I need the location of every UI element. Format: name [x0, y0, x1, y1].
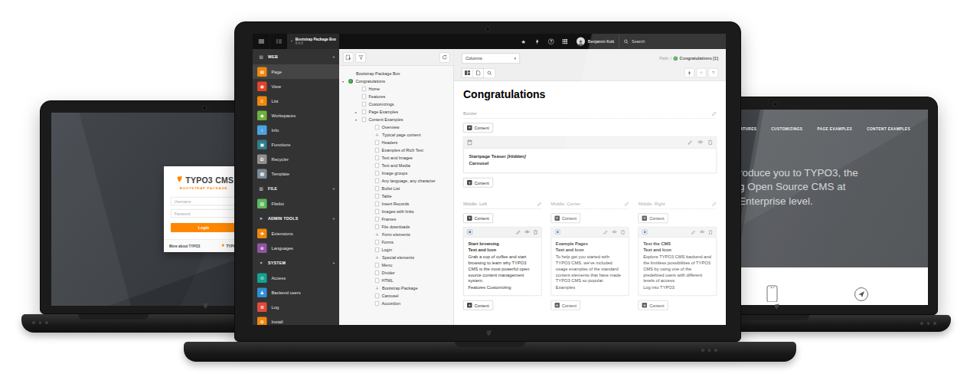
add-content-button[interactable]: + Content	[463, 123, 493, 133]
module-menu-row[interactable]: ✚ ✚ Extensions	[253, 226, 339, 241]
delete-button[interactable]	[621, 230, 625, 234]
help-button[interactable]: ?	[544, 34, 558, 49]
help-button[interactable]: ?	[708, 68, 718, 77]
module-menu-row[interactable]: ▦ ▦ Template	[253, 166, 339, 181]
page-tree-node[interactable]: Bootstrap Package	[339, 284, 454, 292]
content-element[interactable]: Startpage Teaser [Hidden] Carousel	[463, 136, 717, 173]
page-tree-node[interactable]: ▾ Content Examples	[339, 116, 454, 123]
add-content-button[interactable]: + Content	[463, 178, 493, 188]
page-tree-node[interactable]: Bullet List	[339, 185, 454, 192]
page-tree-node[interactable]: Image groups	[339, 169, 454, 177]
delete-button[interactable]	[709, 230, 713, 234]
add-content-button[interactable]: + Content	[550, 214, 580, 224]
user-menu[interactable]: Benjamin Kott	[572, 34, 619, 49]
bookmark-button[interactable]: ★	[517, 34, 531, 49]
page-tree-node[interactable]: HTML	[339, 277, 454, 284]
frontend-nav-item[interactable]: CONTENT EXAMPLES	[867, 126, 910, 131]
page-tree-node[interactable]: Accordion	[339, 300, 454, 307]
module-menu-row[interactable]: ⊙ ⊙ Access	[253, 271, 339, 285]
frontend-nav-item[interactable]: PAGE EXAMPLES	[817, 126, 852, 131]
module-menu-row[interactable]: ▤ ▤ WEB ▾	[253, 49, 339, 64]
module-menu-row[interactable]: ▣ ▣ Functions	[253, 137, 339, 152]
tree-expand-icon[interactable]: ▾	[355, 118, 361, 122]
content-element[interactable]: Example Pages Text and Icon To help get …	[550, 227, 629, 296]
add-content-button[interactable]: + Content	[550, 300, 580, 310]
content-element[interactable]: Test the CMS Text and Icon Explore TYPO3…	[639, 227, 717, 296]
topbar-search[interactable]	[619, 34, 726, 49]
module-menu-row[interactable]: ≣ ≣ Log	[253, 300, 339, 314]
page-tree-node[interactable]: Divider	[339, 269, 454, 277]
module-menu-row[interactable]: ⚙ ⚙ Install	[253, 314, 339, 325]
tree-expand-icon[interactable]: ▾	[342, 80, 348, 84]
module-menu-row[interactable]: ◉ ◉ View	[253, 79, 339, 93]
login-button[interactable]: Login	[171, 223, 237, 232]
tree-expand-icon[interactable]: ▸	[355, 110, 361, 114]
password-field[interactable]	[171, 209, 237, 218]
refresh-button[interactable]	[439, 52, 450, 62]
page-tree-node[interactable]: Images with links	[339, 208, 454, 215]
module-menu-row[interactable]: i i Info	[253, 123, 339, 137]
page-tree-node[interactable]: Text and Images	[339, 154, 454, 162]
page-tree-node[interactable]: Customizings	[339, 100, 454, 108]
page-tree-node[interactable]: Carousel	[339, 292, 454, 300]
view-mode-select[interactable]: Columns	[462, 53, 520, 64]
add-content-button[interactable]: + Content	[639, 300, 668, 310]
page-tree-node[interactable]: Table	[339, 192, 454, 200]
module-menu-row[interactable]: ≡ ≡ List	[253, 93, 339, 108]
edit-button[interactable]	[603, 230, 608, 234]
page-tree-node[interactable]: Menu	[339, 261, 454, 269]
menu-toggle-button[interactable]	[253, 34, 270, 49]
page-tree-node[interactable]: Home	[339, 85, 454, 93]
visibility-button[interactable]	[524, 230, 530, 234]
page-tree-node[interactable]: Special elements	[339, 254, 454, 261]
page-tree-node[interactable]: Insert Records	[339, 200, 454, 208]
page-tree-node[interactable]: File downloads	[339, 223, 454, 231]
page-tree-node[interactable]: Examples of Rich Text	[339, 146, 454, 154]
modules-grid-button[interactable]	[558, 34, 572, 49]
edit-column-button[interactable]	[712, 111, 717, 116]
module-menu-row[interactable]: ◆ ◆ Workspaces	[253, 108, 339, 123]
content-element[interactable]: Start browsing Text and Icon Grab a cup …	[463, 227, 541, 296]
module-menu-row[interactable]: ♟ ♟ Backend users	[253, 285, 339, 300]
page-tree-node[interactable]: Form elements	[339, 231, 454, 238]
page-tree-node[interactable]: Overview	[339, 123, 454, 131]
page-tree-node[interactable]: Any language, any character	[339, 177, 454, 185]
visibility-button[interactable]	[697, 140, 704, 146]
module-menu-row[interactable]: ✶ ✶ SYSTEM ▾	[253, 255, 339, 271]
search-page-button[interactable]	[484, 68, 495, 78]
page-tree-node[interactable]: Bootstrap Package Box	[339, 70, 454, 77]
add-content-button[interactable]: + Content	[463, 300, 493, 310]
delete-button[interactable]	[708, 140, 713, 146]
page-tree-node[interactable]: Features	[339, 93, 454, 100]
add-content-button[interactable]: + Content	[639, 214, 668, 224]
edit-column-button[interactable]	[537, 202, 541, 206]
frontend-nav-item[interactable]: CUSTOMIZINGS	[771, 126, 802, 131]
username-field[interactable]	[171, 197, 237, 205]
more-about-typo3-link[interactable]: More about TYPO3	[169, 244, 200, 248]
page-tree-node[interactable]: Text and Media	[339, 162, 454, 169]
page-tree-node[interactable]: Headers	[339, 139, 454, 146]
edit-button[interactable]	[516, 230, 521, 234]
module-menu-row[interactable]: ♻ ♻ Recycler	[253, 152, 339, 166]
visibility-button[interactable]	[700, 230, 705, 234]
module-menu-row[interactable]: ⊕ ⊕ Languages	[253, 241, 339, 255]
pagetree-toggle-button[interactable]	[270, 34, 288, 49]
teaser-links[interactable]: Log into TYPO3	[643, 285, 711, 291]
bookmark-button[interactable]: ☆	[697, 68, 707, 77]
filter-button[interactable]	[356, 52, 367, 62]
module-menu-row[interactable]: ➤ ➤ ADMIN TOOLS ▾	[253, 211, 339, 226]
search-input[interactable]	[632, 39, 701, 44]
module-menu-row[interactable]: ▧ ▧ FILE ▾	[253, 181, 339, 196]
page-tree-node[interactable]: Login	[339, 246, 454, 254]
columns-view-button[interactable]	[462, 68, 473, 78]
cache-button[interactable]	[684, 68, 694, 77]
visibility-button[interactable]	[612, 230, 617, 234]
module-menu-row[interactable]: ▤ ▤ Page	[253, 64, 339, 79]
clear-cache-button[interactable]	[531, 34, 544, 49]
page-tree-node[interactable]: Forms	[339, 238, 454, 246]
teaser-links[interactable]: Examples	[556, 285, 624, 291]
edit-button[interactable]	[688, 140, 693, 146]
edit-button[interactable]	[691, 230, 696, 234]
new-page-button[interactable]	[343, 52, 354, 62]
add-content-button[interactable]: + Content	[463, 214, 493, 224]
